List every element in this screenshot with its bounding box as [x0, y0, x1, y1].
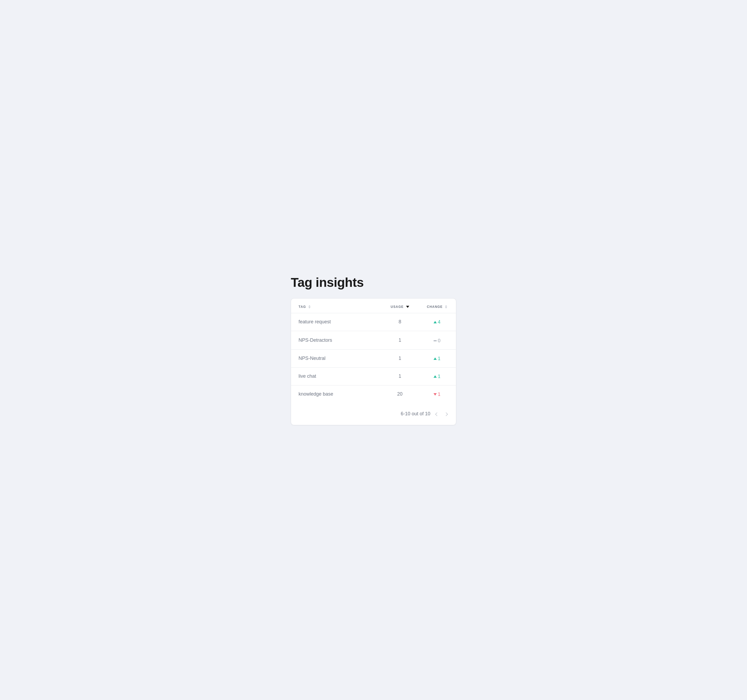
pagination-prev-button[interactable]: [435, 410, 439, 418]
cell-tag: NPS-Detractors: [291, 331, 382, 350]
cell-tag: knowledge base: [291, 385, 382, 403]
change-value: 1: [434, 356, 440, 362]
usage-sort-active-icon: [406, 306, 409, 308]
table-header-row: TAG USAGE CHANGE: [291, 299, 456, 313]
table-row: NPS-Detractors1 0: [291, 331, 456, 350]
table-row: NPS-Neutral1 1: [291, 350, 456, 367]
cell-tag: live chat: [291, 367, 382, 385]
cell-usage: 8: [382, 313, 418, 331]
chevron-left-icon: [435, 412, 439, 416]
col-change-label: CHANGE: [427, 305, 443, 309]
change-up-icon: [434, 375, 437, 378]
cell-change: 1: [418, 350, 456, 367]
col-header-tag[interactable]: TAG: [291, 299, 382, 313]
pagination-next-button[interactable]: [444, 410, 449, 418]
cell-usage: 1: [382, 350, 418, 367]
change-neutral-icon: [434, 340, 437, 341]
cell-tag: NPS-Neutral: [291, 350, 382, 367]
table-body: feature request8 4NPS-Detractors1 0NPS-N…: [291, 313, 456, 403]
change-value: 1: [434, 392, 440, 397]
col-tag-label: TAG: [298, 305, 306, 309]
cell-usage: 1: [382, 331, 418, 350]
tag-insights-card: TAG USAGE CHANGE: [291, 298, 456, 425]
change-value: 4: [434, 319, 440, 325]
cell-usage: 20: [382, 385, 418, 403]
table-row: live chat1 1: [291, 367, 456, 385]
change-down-icon: [434, 393, 437, 395]
cell-usage: 1: [382, 367, 418, 385]
sort-down-arrow: [445, 307, 447, 308]
sort-down-arrow: [308, 307, 310, 308]
cell-change: 4: [418, 313, 456, 331]
table-row: knowledge base20 1: [291, 385, 456, 403]
change-value: 0: [434, 338, 440, 344]
change-value: 1: [434, 374, 440, 379]
col-header-usage[interactable]: USAGE: [382, 299, 418, 313]
col-header-change[interactable]: CHANGE: [418, 299, 456, 313]
tag-sort-icon[interactable]: [308, 305, 310, 308]
cell-change: 0: [418, 331, 456, 350]
change-up-icon: [434, 321, 437, 323]
page-container: Tag insights TAG USAGE: [280, 264, 467, 436]
col-usage-label: USAGE: [390, 305, 404, 309]
table-row: feature request8 4: [291, 313, 456, 331]
change-up-icon: [434, 358, 437, 360]
chevron-right-icon: [444, 412, 448, 416]
sort-up-arrow: [445, 305, 447, 306]
cell-tag: feature request: [291, 313, 382, 331]
cell-change: 1: [418, 385, 456, 403]
pagination-row: 6-10 out of 10: [291, 403, 456, 425]
sort-up-arrow: [308, 305, 310, 306]
pagination-label: 6-10 out of 10: [401, 411, 430, 416]
cell-change: 1: [418, 367, 456, 385]
page-title: Tag insights: [291, 275, 456, 290]
change-sort-icon[interactable]: [445, 305, 447, 308]
tag-insights-table: TAG USAGE CHANGE: [291, 299, 456, 403]
